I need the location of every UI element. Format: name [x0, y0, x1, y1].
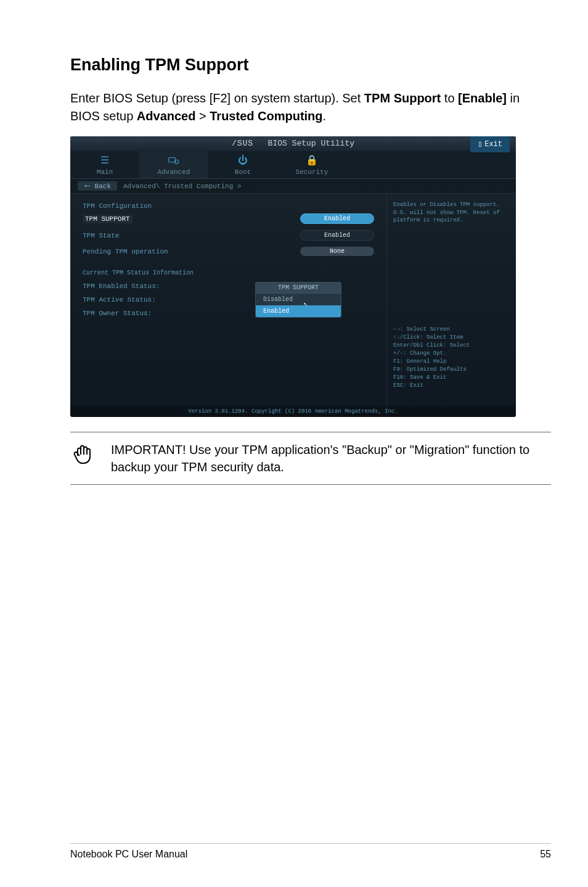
back-arrow-icon: 🡐	[84, 183, 95, 190]
tab-advanced-label: Advanced	[139, 168, 208, 176]
bios-footer: Version 2.01.1204. Copyright (C) 2010 Am…	[70, 406, 516, 417]
pending-op-label: Pending TPM operation	[83, 248, 168, 255]
tab-main[interactable]: ☰ Main	[70, 151, 139, 178]
bios-brand: /SUS	[232, 139, 253, 148]
pending-op-value[interactable]: None	[300, 247, 374, 256]
intro-text-1: Enter BIOS Setup (press [F2] on system s…	[70, 91, 364, 105]
tpm-support-label: TPM SUPPORT	[83, 215, 133, 223]
intro-bold-advanced: Advanced	[137, 109, 196, 123]
tpm-active-status-label: TPM Active Status:	[83, 296, 156, 303]
dropdown-option-enabled[interactable]: Enabled	[256, 305, 341, 317]
keyhelp-line-7: F10: Save & Exit	[393, 374, 510, 382]
keyhelp-line-2: ↑↓/Click: Select Item	[393, 334, 510, 342]
back-label: Back	[95, 183, 111, 190]
bios-right-panel: Enables or Disables TPM support. O.S. wi…	[386, 194, 516, 416]
exit-label: Exit	[484, 137, 502, 152]
status-info-header: Current TPM Status Information	[83, 270, 374, 276]
hand-stop-icon	[70, 441, 97, 468]
intro-bold-enable: [Enable]	[458, 91, 507, 105]
intro-text-4: >	[195, 109, 210, 123]
intro-bold-trusted: Trusted Computing	[210, 109, 322, 123]
row-pending-op[interactable]: Pending TPM operation None	[83, 247, 374, 256]
exit-icon: ▯	[478, 137, 482, 152]
keyhelp-line-4: +/-: Change Opt.	[393, 350, 510, 358]
tpm-support-dropdown[interactable]: TPM SUPPORT Disabled Enabled	[255, 282, 341, 318]
breadcrumb: 🡐 Back Advanced\ Trusted Computing >	[70, 179, 516, 194]
intro-text-2: to	[441, 91, 458, 105]
gear-icon	[139, 155, 208, 166]
list-icon: ☰	[70, 155, 139, 166]
keyhelp-line-1: ←→: Select Screen	[393, 326, 510, 334]
tab-boot[interactable]: ⏻ Boot	[208, 151, 277, 178]
tab-advanced[interactable]: Advanced	[139, 151, 208, 178]
exit-button[interactable]: ▯ Exit	[470, 136, 510, 152]
row-tpm-support[interactable]: TPM SUPPORT Enabled	[83, 213, 374, 224]
key-help: ←→: Select Screen ↑↓/Click: Select Item …	[393, 326, 510, 408]
intro-paragraph: Enter BIOS Setup (press [F2] on system s…	[70, 89, 551, 125]
tab-boot-label: Boot	[208, 168, 277, 176]
tpm-state-value[interactable]: Enabled	[300, 230, 374, 241]
row-tpm-state[interactable]: TPM State Enabled	[83, 230, 374, 241]
keyhelp-line-6: F9: Optimized Defaults	[393, 366, 510, 374]
tab-main-label: Main	[70, 168, 139, 176]
footer-page-number: 55	[540, 849, 551, 860]
tpm-enabled-status-label: TPM Enabled Status:	[83, 283, 160, 290]
bios-header-title: BIOS Setup Utility	[268, 139, 354, 148]
footer-left: Notebook PC User Manual	[70, 849, 187, 860]
config-header: TPM Configuration	[83, 202, 374, 210]
dropdown-title: TPM SUPPORT	[256, 283, 341, 294]
important-note: IMPORTANT! Use your TPM application's "B…	[70, 432, 551, 485]
keyhelp-line-5: F1: General Help	[393, 358, 510, 366]
tab-security[interactable]: 🔒 Security	[277, 151, 346, 178]
breadcrumb-path: Advanced\ Trusted Computing >	[123, 183, 241, 190]
bios-tabs: ☰ Main Advanced ⏻ Boot 🔒 Security	[70, 151, 516, 179]
back-button[interactable]: 🡐 Back	[78, 181, 117, 191]
section-title: Enabling TPM Support	[70, 56, 551, 75]
lock-icon: 🔒	[277, 155, 346, 166]
keyhelp-line-3: Enter/Dbl Click: Select	[393, 342, 510, 350]
cursor-icon: ↖	[303, 299, 308, 308]
tpm-state-label: TPM State	[83, 232, 119, 239]
bios-left-panel: TPM Configuration TPM SUPPORT Enabled TP…	[70, 194, 386, 416]
intro-text-5: .	[323, 109, 327, 123]
power-icon: ⏻	[208, 155, 277, 166]
tpm-owner-status-label: TPM Owner Status:	[83, 310, 152, 317]
help-text: Enables or Disables TPM support. O.S. wi…	[393, 201, 510, 225]
note-text: IMPORTANT! Use your TPM application's "B…	[111, 441, 551, 476]
bios-screenshot: /SUS BIOS Setup Utility ▯ Exit ☰ Main Ad…	[70, 136, 516, 417]
tab-security-label: Security	[277, 168, 346, 176]
svg-rect-0	[169, 158, 176, 163]
dropdown-option-disabled[interactable]: Disabled	[256, 294, 341, 305]
bios-header: /SUS BIOS Setup Utility ▯ Exit	[70, 136, 516, 151]
keyhelp-line-8: ESC: Exit	[393, 382, 510, 390]
tpm-support-value[interactable]: Enabled	[300, 213, 374, 224]
page-footer: Notebook PC User Manual 55	[70, 843, 551, 860]
intro-bold-tpm-support: TPM Support	[364, 91, 441, 105]
